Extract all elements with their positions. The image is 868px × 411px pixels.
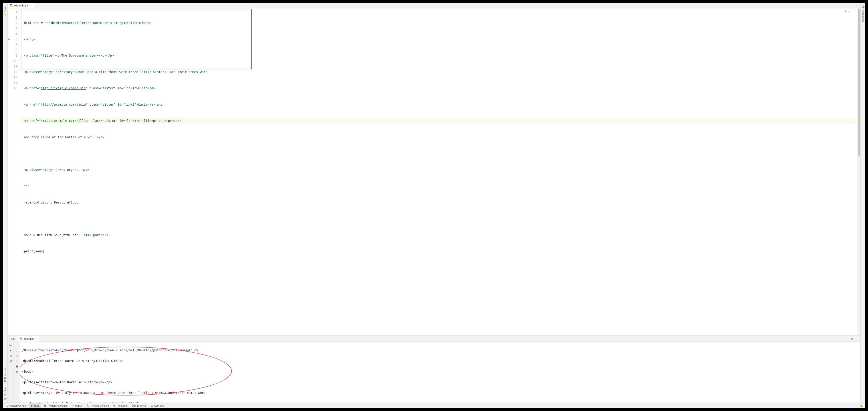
line-number: 13 xyxy=(7,74,17,80)
status-lock-button[interactable]: 🔒 xyxy=(858,403,865,408)
gear-icon: ⚙ xyxy=(851,337,853,341)
list-icon: ≡ xyxy=(72,404,73,407)
bookmarks-tool-button[interactable]: 🔖 Bookmarks xyxy=(4,365,7,385)
run-console-toolbar: ↑ ↓ ⤶ ⤓ 🖶 🗑 xyxy=(14,342,20,403)
structure-icon: 🧩 xyxy=(4,398,7,401)
run-settings-button[interactable]: ⚙ xyxy=(849,336,855,342)
vcs-tool-button[interactable]: ⌥ Version Control xyxy=(3,403,29,408)
python-run-icon xyxy=(20,337,23,341)
scroll-end-button[interactable]: ⤓ xyxy=(14,359,19,363)
warning-count: 1 xyxy=(848,9,850,12)
bell-icon: 🔔 xyxy=(862,4,865,8)
scrollbar-thumb[interactable] xyxy=(858,9,860,156)
line-number: 2 xyxy=(7,15,17,21)
close-run-tab-button[interactable]: × xyxy=(36,337,37,341)
line-number: 4 xyxy=(7,26,17,31)
gutter-run-icon[interactable]: ▶ xyxy=(8,37,10,42)
run-config-name: example xyxy=(24,337,34,341)
notifications-tool-label: Notifications xyxy=(862,9,864,22)
line-number: ▶6 xyxy=(7,37,17,42)
code-area[interactable]: html_str = """<html><head><title>The Dor… xyxy=(21,8,861,335)
main-column: example.py × ⋮ 1 2 3 4 5 ▶6 7 8 9 10 11 … xyxy=(7,3,861,403)
editor-tab-example[interactable]: example.py × xyxy=(7,3,34,8)
project-tool-button[interactable]: 📁 Project xyxy=(4,3,7,18)
run-body: ▶ ■ ⇲ 📌 ↑ ↓ ⤶ ⤓ 🖶 🗑 /Users/mrfu/Desktok/… xyxy=(7,342,861,403)
chevron-down-icon[interactable]: ˅ xyxy=(854,9,855,12)
python-packages-label: Python Packages xyxy=(48,404,68,407)
package-icon: 📦 xyxy=(43,404,46,407)
run-icon: ▶ xyxy=(31,404,33,407)
console-line: <p class="title"><b>The Dormouse's story… xyxy=(22,379,858,385)
inspection-widget[interactable]: ▲ 1 ˄ ˅ xyxy=(844,9,855,12)
run-label: Run xyxy=(34,404,39,407)
chevron-up-icon[interactable]: ˄ xyxy=(851,9,852,12)
services-icon: ⊞ xyxy=(151,404,153,407)
todo-label: TODO xyxy=(74,404,82,407)
services-label: Services xyxy=(154,404,164,407)
line-number: 12 xyxy=(7,69,17,75)
pin-button[interactable]: 📌 xyxy=(8,359,13,363)
console-line: <p class="story" id="story">Once upon a … xyxy=(22,390,858,396)
lock-icon: 🔒 xyxy=(860,404,863,407)
run-tool-button[interactable]: ▶ Run xyxy=(29,403,41,408)
run-hide-button[interactable]: — xyxy=(855,336,861,342)
terminal-label: Terminal xyxy=(137,404,146,407)
bookmark-icon: 🔖 xyxy=(4,380,7,383)
console-command-line: /Users/mrfu/Desktok/pythonProject/venv/b… xyxy=(22,348,858,353)
structure-tool-button[interactable]: 🧩 Structure xyxy=(4,385,7,403)
line-number: 10 xyxy=(7,58,17,64)
bookmarks-tool-label: Bookmarks xyxy=(4,367,6,379)
clear-button[interactable]: 🗑 xyxy=(14,369,19,374)
line-number: 1 xyxy=(7,9,17,15)
services-tool-button[interactable]: ⊞ Services xyxy=(149,403,166,408)
terminal-tool-button[interactable]: ⌨ Terminal xyxy=(130,403,149,408)
rerun-button[interactable]: ▶ xyxy=(8,343,13,348)
python-console-button[interactable]: 🐍 Python Console xyxy=(84,403,111,408)
tab-overflow-button[interactable]: ⋮ xyxy=(854,3,861,8)
run-tool-window: Run: example × ⚙ — ▶ ■ ⇲ 📌 xyxy=(7,336,861,403)
run-header: Run: example × ⚙ — xyxy=(7,336,861,342)
line-gutter: 1 2 3 4 5 ▶6 7 8 9 10 11 12 13 14 15 xyxy=(7,8,21,335)
warning-icon: ▲ xyxy=(844,9,847,12)
line-number: 14 xyxy=(7,80,17,86)
down-stack-button[interactable]: ↓ xyxy=(14,348,19,353)
python-file-icon xyxy=(10,4,13,7)
vcs-label: Version Control xyxy=(9,404,27,407)
code-editor[interactable]: 1 2 3 4 5 ▶6 7 8 9 10 11 12 13 14 15 htm… xyxy=(7,8,861,335)
terminal-icon: ⌨ xyxy=(132,404,136,407)
layout-button[interactable]: ⇲ xyxy=(8,353,13,358)
close-tab-button[interactable]: × xyxy=(30,4,32,7)
notifications-tool-button[interactable]: 🔔 Notifications xyxy=(862,3,865,24)
ide-window: 📁 Project 🔖 Bookmarks 🧩 Structure 🔔 Noti… xyxy=(3,3,865,408)
todo-tool-button[interactable]: ≡ TODO xyxy=(70,403,84,408)
python-packages-button[interactable]: 📦 Python Packages xyxy=(41,403,70,408)
problems-label: Problems xyxy=(117,404,127,407)
line-number: 9 xyxy=(7,53,17,58)
stop-button[interactable]: ■ xyxy=(8,348,13,353)
print-button[interactable]: 🖶 xyxy=(14,364,19,369)
python-icon: 🐍 xyxy=(86,404,90,407)
run-config-tab[interactable]: example × xyxy=(18,336,39,342)
line-number: 5 xyxy=(7,31,17,37)
editor-scrollbar[interactable] xyxy=(857,8,861,335)
editor-tabbar: example.py × ⋮ xyxy=(7,3,861,8)
console-line: <html><head><title>The Dormouse's story<… xyxy=(22,358,858,363)
right-tool-rail: 🔔 Notifications xyxy=(861,3,865,403)
run-title: Run: xyxy=(7,336,18,342)
branch-icon: ⌥ xyxy=(5,404,8,407)
editor-tab-label: example.py xyxy=(14,4,28,7)
python-console-label: Python Console xyxy=(91,404,109,407)
line-number: 7 xyxy=(7,42,17,48)
left-tool-rail: 📁 Project 🔖 Bookmarks 🧩 Structure xyxy=(3,3,7,403)
project-tool-label: Project xyxy=(4,4,6,12)
problems-tool-button[interactable]: ⊘ Problems xyxy=(111,403,130,408)
console-output[interactable]: /Users/mrfu/Desktok/pythonProject/venv/b… xyxy=(20,342,861,403)
folder-icon: 📁 xyxy=(4,13,7,16)
minimize-icon: — xyxy=(856,337,859,341)
line-number: 15 xyxy=(7,86,17,91)
status-bar: ⌥ Version Control ▶ Run 📦 Python Package… xyxy=(3,403,865,408)
up-stack-button[interactable]: ↑ xyxy=(14,343,19,348)
console-line: <a class="sister" href="http://example.c… xyxy=(22,401,858,403)
soft-wrap-button[interactable]: ⤶ xyxy=(14,353,19,358)
structure-tool-label: Structure xyxy=(4,387,6,397)
